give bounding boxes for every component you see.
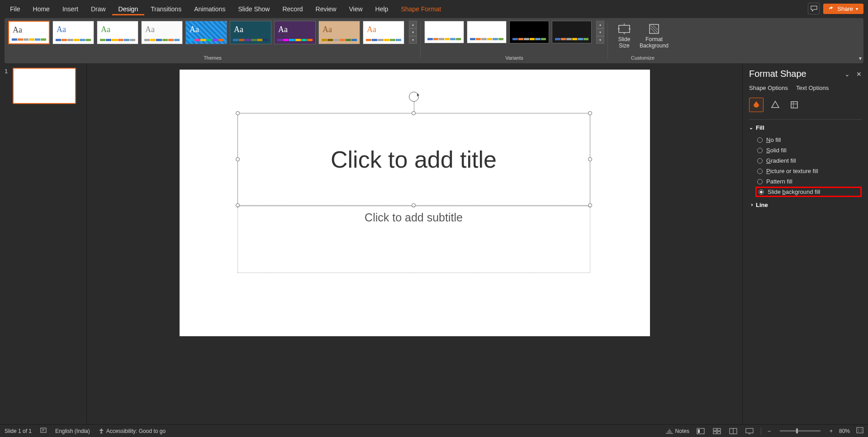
menu-view[interactable]: View: [343, 3, 369, 15]
variant-thumbnail-4[interactable]: [552, 21, 592, 43]
accessibility-status[interactable]: Accessibility: Good to go: [98, 428, 166, 434]
line-section-header[interactable]: ⌄ Line: [749, 202, 862, 208]
menu-help[interactable]: Help: [369, 3, 395, 15]
resize-handle[interactable]: [412, 111, 416, 115]
pane-title: Format Shape: [749, 69, 806, 79]
zoom-out-button[interactable]: −: [768, 428, 771, 434]
menu-transitions[interactable]: Transitions: [144, 3, 188, 15]
theme-thumbnail-5[interactable]: Aa: [185, 21, 227, 44]
slide-counter[interactable]: Slide 1 of 1: [5, 428, 32, 434]
svg-rect-7: [713, 428, 716, 431]
fill-line-tab-icon[interactable]: [749, 98, 764, 112]
chevron-down-icon: ⌄: [749, 125, 753, 131]
theme-thumbnail-3[interactable]: Aa: [97, 21, 138, 44]
menu-design[interactable]: Design: [112, 3, 145, 15]
theme-thumbnail-9[interactable]: Aa: [363, 21, 404, 44]
menu-bar: FileHomeInsertDrawDesignTransitionsAnima…: [0, 0, 868, 18]
spellcheck-icon[interactable]: [40, 427, 47, 435]
normal-view-icon[interactable]: [696, 427, 706, 435]
svg-rect-2: [791, 102, 797, 108]
menu-home[interactable]: Home: [27, 3, 56, 15]
subtitle-placeholder-shape[interactable]: Click to add subtitle: [237, 206, 590, 273]
menu-file[interactable]: File: [4, 3, 27, 15]
status-bar: Slide 1 of 1 English (India) Accessibili…: [0, 424, 868, 437]
themes-nav-0[interactable]: ▴: [409, 21, 417, 28]
ribbon: AaAaAaAaAaAaAaAaAa▴▾▾ Themes ▴▾▾ Variant…: [5, 18, 863, 63]
theme-thumbnail-2[interactable]: Aa: [52, 21, 94, 44]
menu-insert[interactable]: Insert: [56, 3, 85, 15]
svg-rect-8: [717, 428, 721, 431]
title-placeholder-text[interactable]: Click to add title: [238, 146, 590, 173]
zoom-level[interactable]: 80%: [839, 428, 850, 434]
themes-nav-2[interactable]: ▾: [409, 36, 417, 44]
theme-thumbnail-6[interactable]: Aa: [230, 21, 271, 44]
share-label: Share: [837, 5, 853, 12]
svg-rect-13: [857, 428, 863, 433]
rotation-handle-icon[interactable]: [409, 92, 419, 102]
themes-nav-1[interactable]: ▾: [409, 28, 417, 36]
slide-sorter-view-icon[interactable]: [712, 427, 722, 435]
resize-handle[interactable]: [588, 111, 592, 115]
variant-thumbnail-3[interactable]: [509, 21, 549, 43]
svg-point-4: [100, 428, 102, 430]
slide-thumbnails-panel: 1: [0, 63, 87, 423]
menu-slide-show[interactable]: Slide Show: [232, 3, 276, 15]
ribbon-collapse-icon[interactable]: ▾: [859, 55, 862, 61]
comments-button[interactable]: [808, 3, 820, 14]
language-indicator[interactable]: English (India): [55, 428, 90, 434]
svg-rect-9: [713, 432, 716, 434]
fill-option-solid-fill[interactable]: Solid fill: [749, 145, 862, 155]
fill-option-pattern-fill[interactable]: Pattern fill: [749, 176, 862, 187]
theme-thumbnail-8[interactable]: Aa: [318, 21, 360, 44]
svg-rect-6: [698, 429, 700, 433]
menu-draw[interactable]: Draw: [85, 3, 112, 15]
effects-tab-icon[interactable]: [768, 98, 783, 112]
zoom-in-button[interactable]: +: [830, 428, 833, 434]
fit-to-window-icon[interactable]: [856, 427, 863, 435]
size-tab-icon[interactable]: [787, 98, 802, 112]
chevron-right-icon: ⌄: [748, 203, 754, 207]
fill-section-header[interactable]: ⌄ Fill: [749, 124, 862, 131]
format-background-button[interactable]: Format Background: [640, 23, 669, 49]
theme-thumbnail-4[interactable]: Aa: [141, 21, 183, 44]
slide-canvas[interactable]: Click to add title Click to add subtitle: [87, 63, 742, 423]
tab-text-options[interactable]: Text Options: [796, 85, 829, 91]
slide-thumbnail-1[interactable]: [13, 68, 76, 104]
tab-shape-options[interactable]: Shape Options: [749, 85, 788, 91]
thumbnail-number: 1: [5, 68, 10, 104]
reading-view-icon[interactable]: [728, 427, 738, 435]
variants-nav-1[interactable]: ▾: [596, 28, 604, 36]
title-placeholder-shape[interactable]: Click to add title: [237, 113, 590, 206]
variants-nav-2[interactable]: ▾: [596, 36, 604, 44]
pane-close-icon[interactable]: ✕: [856, 70, 862, 78]
fill-option-slide-background-fill[interactable]: Slide background fill: [755, 187, 862, 197]
svg-rect-0: [619, 25, 630, 33]
notes-button[interactable]: Notes: [665, 428, 689, 434]
subtitle-placeholder-text[interactable]: Click to add subtitle: [238, 211, 590, 224]
themes-group-label: Themes: [204, 55, 222, 62]
fill-option-picture-or-texture-fill[interactable]: Picture or texture fill: [749, 166, 862, 176]
theme-thumbnail-1[interactable]: Aa: [8, 21, 50, 44]
customize-group-label: Customize: [631, 55, 655, 62]
menu-animations[interactable]: Animations: [188, 3, 232, 15]
zoom-slider[interactable]: [780, 430, 821, 432]
variants-group-label: Variants: [505, 55, 523, 62]
svg-rect-12: [746, 428, 753, 433]
slideshow-view-icon[interactable]: [745, 427, 754, 435]
resize-handle[interactable]: [236, 111, 240, 115]
variant-thumbnail-2[interactable]: [467, 21, 507, 43]
menu-record[interactable]: Record: [276, 3, 309, 15]
format-shape-pane: Format Shape ⌄ ✕ Shape Options Text Opti…: [742, 63, 868, 423]
fill-option-gradient-fill[interactable]: Gradient fill: [749, 155, 862, 166]
fill-option-no-fill[interactable]: No fill: [749, 135, 862, 145]
slide: Click to add title Click to add subtitle: [180, 70, 650, 336]
variants-nav-0[interactable]: ▴: [596, 21, 604, 28]
slide-size-button[interactable]: Slide Size: [617, 23, 631, 49]
pane-dropdown-icon[interactable]: ⌄: [844, 70, 850, 78]
menu-review[interactable]: Review: [309, 3, 343, 15]
menu-shape-format[interactable]: Shape Format: [394, 3, 447, 15]
share-button[interactable]: Share ▾: [823, 4, 863, 14]
variant-thumbnail-1[interactable]: [424, 21, 464, 43]
theme-thumbnail-7[interactable]: Aa: [274, 21, 316, 44]
svg-rect-3: [41, 428, 46, 432]
